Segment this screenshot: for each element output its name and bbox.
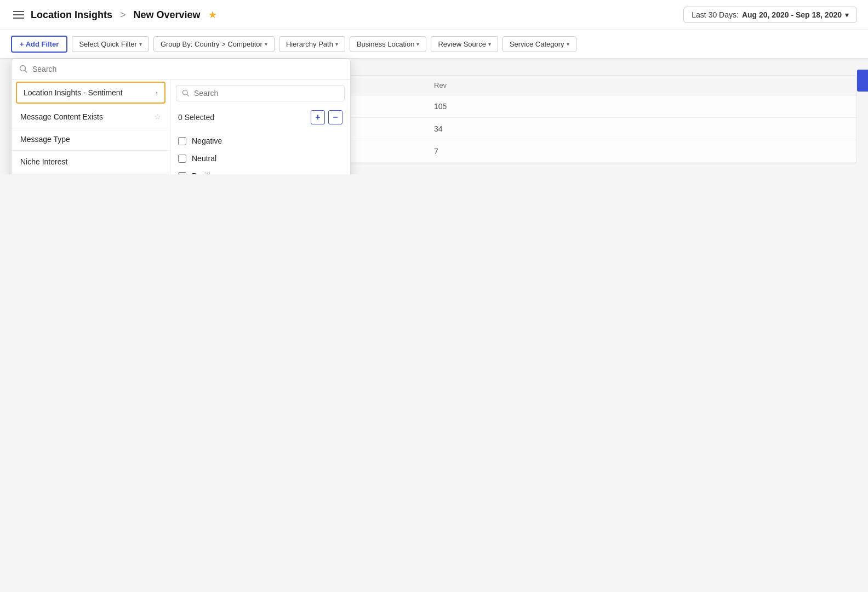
checkbox-positive[interactable]: Positive xyxy=(176,167,345,174)
neutral-label: Neutral xyxy=(192,154,216,163)
neutral-checkbox[interactable] xyxy=(178,155,186,163)
quick-filter-button[interactable]: Select Quick Filter ▾ xyxy=(72,36,149,52)
select-all-button[interactable]: + xyxy=(311,110,325,124)
table-cell-rev: 7 xyxy=(434,147,848,156)
table-cell-rev: 34 xyxy=(434,124,848,133)
checkbox-negative[interactable]: Negative xyxy=(176,132,345,150)
negative-checkbox[interactable] xyxy=(178,137,186,145)
date-range-label: Last 30 Days: xyxy=(692,10,739,19)
quick-filter-chevron: ▾ xyxy=(139,41,142,47)
filter-category-item-niche[interactable]: Niche Interest xyxy=(12,151,170,173)
filter-category-label: Location Insights - Sentiment xyxy=(24,88,123,97)
app-header: Location Insights > New Overview ★ Last … xyxy=(0,0,868,30)
blue-accent xyxy=(857,70,868,92)
dropdown-body: Location Insights - Sentiment › Message … xyxy=(12,79,350,174)
filter-category-item-sentiment[interactable]: Location Insights - Sentiment › xyxy=(16,82,165,104)
positive-checkbox[interactable] xyxy=(178,172,186,175)
chevron-right-icon: › xyxy=(156,89,158,96)
filter-category-list: Location Insights - Sentiment › Message … xyxy=(12,79,170,174)
favorite-icon[interactable]: ☆ xyxy=(154,112,161,121)
options-search-input[interactable] xyxy=(194,89,339,98)
hierarchy-path-chevron: ▾ xyxy=(335,41,338,47)
filter-category-item-message-type[interactable]: Message Type xyxy=(12,128,170,151)
breadcrumb-separator: > xyxy=(120,9,126,21)
favorite-star-icon[interactable]: ★ xyxy=(208,9,217,21)
filter-options-search xyxy=(176,85,345,101)
search-icon xyxy=(19,65,28,73)
service-category-chevron: ▾ xyxy=(567,41,569,47)
negative-label: Negative xyxy=(192,136,222,145)
top-search-input[interactable] xyxy=(32,65,342,73)
main-content: Avg. of Star Rating ▾ Rev 0.00 105 4.13 … xyxy=(0,59,868,174)
filter-category-label: Message Type xyxy=(20,135,70,144)
service-category-button[interactable]: Service Category ▾ xyxy=(502,36,576,52)
app-title: Location Insights xyxy=(31,9,112,21)
date-range-button[interactable]: Last 30 Days: Aug 20, 2020 - Sep 18, 202… xyxy=(683,7,857,23)
filter-options-panel: 0 Selected + − Negative xyxy=(170,79,350,174)
table-col-rev[interactable]: Rev xyxy=(434,81,848,89)
hamburger-menu[interactable] xyxy=(11,9,26,21)
filter-dropdown: Location Insights - Sentiment › Message … xyxy=(11,59,351,174)
filter-bar: + Add Filter Select Quick Filter ▾ Group… xyxy=(0,30,868,59)
filter-category-label: Message Content Exists xyxy=(20,112,103,121)
table-cell-rev: 105 xyxy=(434,102,848,111)
page-title: New Overview xyxy=(134,9,201,21)
hierarchy-path-button[interactable]: Hierarchy Path ▾ xyxy=(279,36,345,52)
business-location-button[interactable]: Business Location ▾ xyxy=(350,36,427,52)
date-range-value: Aug 20, 2020 - Sep 18, 2020 xyxy=(742,10,842,19)
selected-count-row: 0 Selected + − xyxy=(176,107,345,128)
date-range-chevron: ▾ xyxy=(845,10,849,19)
add-filter-button[interactable]: + Add Filter xyxy=(11,36,67,53)
filter-category-item-partner[interactable]: partnerId ( Walkme Page Test ) xyxy=(12,173,170,174)
business-location-chevron: ▾ xyxy=(416,41,419,47)
selected-count-label: 0 Selected xyxy=(178,113,214,122)
group-by-button[interactable]: Group By: Country > Competitor ▾ xyxy=(153,36,275,52)
review-source-button[interactable]: Review Source ▾ xyxy=(431,36,498,52)
selection-controls: + − xyxy=(311,110,342,124)
review-source-chevron: ▾ xyxy=(488,41,491,47)
positive-label: Positive xyxy=(192,172,219,174)
deselect-all-button[interactable]: − xyxy=(328,110,342,124)
filter-category-label: Niche Interest xyxy=(20,157,67,166)
filter-category-item-message-content[interactable]: Message Content Exists ☆ xyxy=(12,106,170,128)
checkbox-neutral[interactable]: Neutral xyxy=(176,150,345,167)
svg-line-1 xyxy=(25,71,27,73)
header-left: Location Insights > New Overview ★ xyxy=(11,9,217,21)
search-icon xyxy=(182,89,190,97)
group-by-chevron: ▾ xyxy=(265,41,267,47)
svg-line-3 xyxy=(187,94,189,96)
dropdown-top-search xyxy=(12,59,350,79)
